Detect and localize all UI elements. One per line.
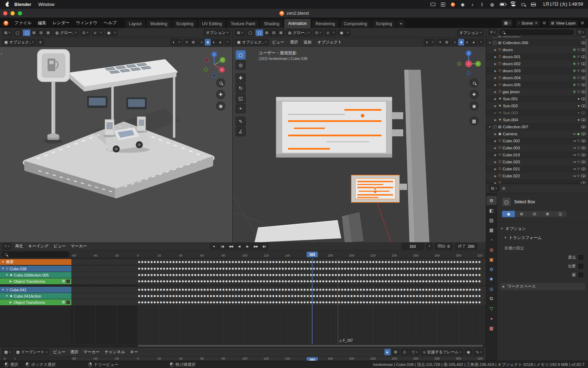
shading-rendered-right[interactable]: ◕ (470, 39, 477, 46)
channel-expander-icon[interactable]: ▼ (5, 294, 8, 298)
outliner-row[interactable]: ▶▽gas jimen⚙▽ (486, 88, 588, 95)
menubar-menu-window[interactable]: Window (38, 2, 54, 7)
add-workspace-button[interactable]: + (397, 19, 405, 28)
shading-wireframe-left[interactable]: ○ (198, 39, 205, 46)
topbar-menu-4[interactable]: ヘルプ (100, 20, 120, 26)
battery-icon[interactable] (500, 3, 506, 6)
collapsed-menus-left[interactable]: ≡ (37, 39, 43, 46)
channel-expander-icon[interactable]: ▶ (9, 280, 12, 283)
topbar-menu-0[interactable]: ファイル (11, 20, 35, 26)
visibility-dropdown-left[interactable]: ▾ (177, 39, 182, 46)
channel-row[interactable]: ▶Object Transforms⚙✓ (0, 299, 71, 305)
use-preview-range-button[interactable]: ◔ (426, 243, 433, 250)
vp-menu-0-right[interactable]: ビュー (270, 40, 286, 45)
move-tool[interactable]: ✚ (236, 73, 246, 83)
expander-icon[interactable]: ▶ (494, 83, 497, 87)
overlays-toggle-right[interactable]: ⊚ (443, 39, 450, 46)
hide-in-viewport-eye-icon[interactable] (581, 168, 586, 170)
mode-dropdown-left[interactable]: ▣オブジェク..▾ (2, 39, 36, 46)
hide-in-viewport-eye-icon[interactable] (581, 48, 586, 51)
hide-in-viewport-eye-icon[interactable] (581, 62, 586, 65)
outliner-editor-type-button[interactable]: ≡▾ (488, 29, 497, 35)
outliner-row[interactable]: ▶▽douro.003⚙▽ (486, 67, 588, 74)
tab-world[interactable]: ◍ (486, 245, 497, 254)
dopesheet-menu-0[interactable]: ビュー (51, 349, 68, 355)
dopesheet-menu-2[interactable]: マーカー (81, 349, 102, 355)
active-tool-button-left[interactable]: ▢ (14, 29, 21, 36)
topbar-menu-1[interactable]: 編集 (35, 20, 49, 26)
channel-expander-icon[interactable]: ▼ (1, 267, 5, 270)
expander-icon[interactable]: ▶ (494, 55, 497, 59)
timeline-h-scrollbar[interactable] (0, 345, 486, 347)
proportional-falloff-right[interactable]: ▾ (345, 29, 351, 36)
outliner-row[interactable]: ▶☀Sun.003● (486, 109, 588, 116)
expander-icon[interactable]: ▶ (494, 76, 497, 80)
mode-dropdown-right[interactable]: ▣オブジェク..▾ (235, 39, 268, 46)
channel-expander-icon[interactable]: ▼ (1, 288, 5, 291)
control-center-icon[interactable] (531, 3, 536, 6)
outliner-search-input[interactable] (499, 29, 574, 35)
dopesheet-menu-1[interactable]: 選択 (68, 349, 81, 355)
expander-icon[interactable]: ▶ (494, 139, 497, 143)
tool-mode-segment-0[interactable]: ▣ (502, 211, 515, 217)
select-mode-set-right[interactable]: ▢ (255, 29, 263, 36)
tool-mode-segment-2[interactable]: ⊟ (528, 211, 541, 217)
end-frame-field[interactable]: 終了200 (455, 243, 477, 250)
tab-physics[interactable]: ◎ (486, 284, 497, 293)
game-controller-icon[interactable]: ◉ (461, 2, 465, 7)
select-mode-subtract-right[interactable]: ⊟ (270, 29, 278, 36)
shading-dropdown-left[interactable]: ▾ (225, 39, 230, 46)
blender-menu-icon[interactable] (4, 21, 8, 26)
outliner-row[interactable]: ▶☀Sun.004● (486, 116, 588, 123)
dopesheet-menu-4[interactable]: キー (127, 349, 140, 355)
hide-in-viewport-eye-icon[interactable] (581, 161, 586, 163)
proportional-toggle-left[interactable]: ◉ (105, 29, 113, 36)
navigation-gizmo-right[interactable]: Z Y X (456, 48, 481, 80)
menubar-clock[interactable]: 1月17日 (火) 1:48:59 (543, 1, 583, 7)
snap-dropdown-right[interactable]: ▾ (331, 29, 337, 36)
next-keyframe-button[interactable]: ▶▶ (252, 243, 260, 250)
workspace-section-header[interactable]: ▶ワークスペース (500, 283, 585, 290)
play-button[interactable]: ▶ (244, 243, 251, 250)
workspace-tab-shading[interactable]: Shading (260, 19, 284, 28)
workspace-tab-rendering[interactable]: Rendering (312, 19, 339, 28)
hide-in-viewport-eye-icon[interactable] (581, 139, 586, 142)
expander-icon[interactable]: ▶ (494, 111, 497, 115)
snap-mode-dropdown[interactable]: ∪近接するフレーム▾ (421, 349, 463, 355)
affect-checkbox[interactable] (579, 273, 583, 277)
hide-in-viewport-eye-icon[interactable] (581, 132, 586, 135)
workspace-tab-scripting[interactable]: Scripting (372, 19, 397, 28)
hide-in-viewport-eye-icon[interactable] (581, 97, 586, 100)
pan-button[interactable]: ✚ (469, 90, 479, 99)
bluetooth-icon[interactable]: ᛒ (480, 2, 484, 7)
gizmos-toggle-left[interactable]: ⌖ (183, 39, 190, 46)
tab-texture[interactable]: ▩ (486, 323, 497, 333)
screen-layout-button[interactable]: ▦▾ (502, 20, 512, 26)
expander-icon[interactable]: ▶ (494, 48, 497, 52)
outliner-filter-button[interactable]: ▽▾ (576, 29, 586, 35)
outliner-row[interactable]: ▶▽douro.005⚙▽ (486, 81, 588, 88)
camera-view-button[interactable]: ◉ (469, 101, 479, 111)
hide-in-viewport-eye-icon[interactable] (581, 55, 586, 58)
sound-muted-icon[interactable]: ♪ (470, 2, 475, 7)
view-layer-copy-icon[interactable]: ⧉ (581, 21, 584, 25)
tab-particles[interactable]: ✱ (486, 274, 497, 284)
outliner-row[interactable]: ▶▽Cube.019↝▽ (486, 151, 588, 158)
current-frame-line[interactable] (312, 258, 313, 344)
shading-material-left[interactable]: ◐ (211, 39, 217, 46)
outliner-row[interactable]: ▶▽douro⚙▽ (486, 46, 588, 53)
affect-checkbox[interactable] (579, 264, 583, 268)
channel-row[interactable]: ▶Object Transforms⚙✓ (0, 278, 71, 284)
workspace-tab-modeling[interactable]: Modeling (146, 19, 172, 28)
timeline-strip[interactable]: ⊞▾ -60-40-200204060801001201401802002202… (0, 357, 486, 361)
spotlight-icon[interactable] (521, 3, 525, 6)
select-box-tool[interactable]: ▢ (236, 50, 246, 60)
shading-solid-right[interactable]: ● (458, 39, 465, 46)
outliner-row[interactable]: ▶▽douro.004⚙▽ (486, 74, 588, 81)
filter-dropdown[interactable]: ▽▾ (410, 349, 420, 355)
channel-expander-icon[interactable]: ▼ (1, 260, 5, 264)
channel-search-input[interactable] (2, 252, 69, 257)
vp-editor-type-right[interactable]: ⊞▾ (235, 29, 245, 36)
viewport-left-canvas[interactable]: ‹ (0, 47, 232, 242)
tool-mode-segment-4[interactable]: ◫ (554, 211, 567, 217)
